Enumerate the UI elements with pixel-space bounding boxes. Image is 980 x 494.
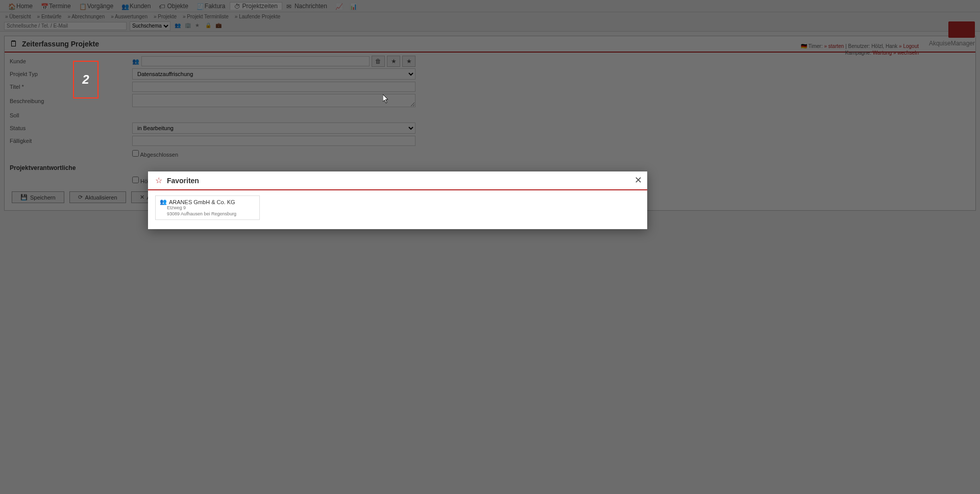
modal-title: Favoriten (167, 177, 199, 185)
highlight-annotation: 2 (73, 61, 99, 98)
favorites-modal: ☆ Favoriten ✕ 👥ARANES GmbH & Co. KG Etzw… (148, 171, 647, 229)
cursor-icon (383, 94, 389, 104)
modal-close-button[interactable]: ✕ (634, 175, 642, 186)
favorite-card[interactable]: 👥ARANES GmbH & Co. KG Etzweg 9 93089 Auf… (155, 195, 260, 220)
highlight-number: 2 (82, 72, 89, 87)
people-icon: 👥 (160, 199, 167, 205)
modal-header: ☆ Favoriten ✕ (148, 171, 647, 190)
dim-overlay (0, 0, 980, 494)
favorite-street: Etzweg 9 (167, 205, 255, 211)
favorite-name: ARANES GmbH & Co. KG (169, 199, 235, 205)
star-outline-icon: ☆ (155, 176, 162, 185)
favorite-city: 93089 Aufhausen bei Regensburg (167, 211, 255, 217)
modal-body: 👥ARANES GmbH & Co. KG Etzweg 9 93089 Auf… (148, 190, 647, 229)
